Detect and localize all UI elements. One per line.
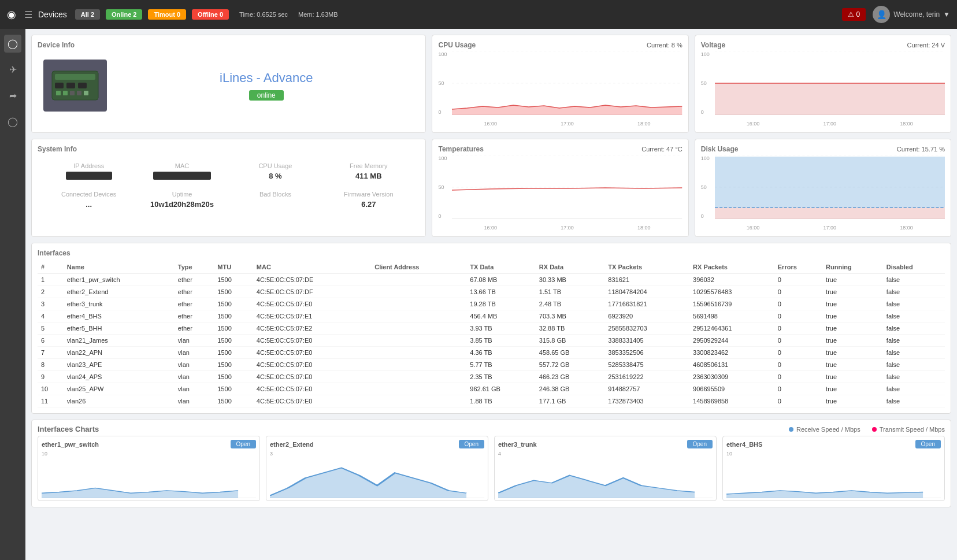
stat-mem: Mem: 1.63MB bbox=[298, 11, 337, 18]
svg-marker-24 bbox=[715, 157, 945, 207]
rx-legend: Receive Speed / Mbps bbox=[789, 426, 860, 433]
table-cell: 1500 bbox=[214, 347, 253, 359]
table-cell: ether bbox=[175, 274, 214, 286]
table-cell: ether1_pwr_switch bbox=[64, 274, 175, 286]
badge-offline[interactable]: Offline 0 bbox=[192, 9, 229, 20]
user-menu[interactable]: 👤 Welcome, terin ▼ bbox=[873, 6, 950, 23]
col-client: Client Address bbox=[371, 261, 466, 274]
table-cell: 6923920 bbox=[604, 310, 689, 322]
table-cell: 6 bbox=[38, 335, 64, 347]
ip-label: IP Address bbox=[47, 162, 131, 169]
table-cell: 1500 bbox=[214, 383, 253, 395]
sysinfo-ip: IP Address bbox=[47, 162, 131, 181]
table-cell: 1500 bbox=[214, 310, 253, 322]
table-cell: 5285338475 bbox=[604, 359, 689, 371]
table-cell: 0 bbox=[774, 322, 822, 335]
table-row: 10vlan25_APWvlan15004C:5E:0C:C5:07:E0962… bbox=[38, 383, 945, 395]
table-cell: 67.08 MB bbox=[466, 274, 536, 286]
svg-rect-6 bbox=[63, 91, 68, 95]
open-button[interactable]: Open bbox=[231, 440, 256, 448]
cpu-chart-header: CPU Usage Current: 8 % bbox=[438, 41, 682, 49]
open-button[interactable]: Open bbox=[687, 440, 713, 448]
table-cell: 1500 bbox=[214, 335, 253, 347]
status-badge: online bbox=[249, 90, 284, 101]
iface-chart-card: ether3_trunkOpen4 bbox=[494, 436, 717, 501]
table-row: 1ether1_pwr_switchether15004C:5E:0C:C5:0… bbox=[38, 274, 945, 286]
table-cell: 914882757 bbox=[604, 383, 689, 395]
alert-bell[interactable]: ⚠ 0 bbox=[842, 8, 866, 21]
table-cell: 315.8 GB bbox=[536, 335, 605, 347]
table-cell: ether2_Extend bbox=[64, 286, 175, 298]
table-cell bbox=[371, 347, 466, 359]
table-cell: false bbox=[883, 383, 945, 395]
table-cell: true bbox=[822, 322, 883, 335]
sysinfo-connected: Connected Devices ... bbox=[47, 191, 131, 209]
sidebar-item-dashboard[interactable]: ◯ bbox=[4, 35, 21, 53]
svg-marker-31 bbox=[498, 476, 695, 498]
open-button[interactable]: Open bbox=[459, 440, 484, 448]
col-tx: TX Data bbox=[466, 261, 536, 274]
device-text: iLines - Advance online bbox=[118, 71, 414, 101]
table-cell: ether bbox=[175, 310, 214, 322]
table-cell bbox=[371, 371, 466, 383]
hamburger-icon[interactable]: ☰ bbox=[24, 9, 32, 20]
table-cell: 10 bbox=[38, 383, 64, 395]
table-cell: ether bbox=[175, 286, 214, 298]
table-cell: 4.36 TB bbox=[466, 347, 536, 359]
table-cell: vlan bbox=[175, 347, 214, 359]
table-cell: 0 bbox=[774, 371, 822, 383]
iface-chart-card: ether1_pwr_switchOpen10 bbox=[38, 436, 260, 501]
cpu-chart-area: 100500 16:0017:0018:00 bbox=[438, 51, 682, 127]
table-cell: 0 bbox=[774, 310, 822, 322]
sidebar-item-inbox[interactable]: ◯ bbox=[4, 113, 21, 131]
table-cell: vlan22_APN bbox=[64, 347, 175, 359]
open-button[interactable]: Open bbox=[915, 440, 941, 448]
sidebar-item-share[interactable]: ➦ bbox=[6, 87, 20, 105]
table-row: 2ether2_Extendether15004C:5E:0C:C5:07:DF… bbox=[38, 286, 945, 298]
voltage-chart-current: Current: 24 V bbox=[907, 42, 945, 49]
table-cell: 0 bbox=[774, 359, 822, 371]
table-cell: false bbox=[883, 335, 945, 347]
table-cell: 906695509 bbox=[689, 383, 774, 395]
iface-charts-title: Interfaces Charts bbox=[38, 425, 99, 433]
table-cell: 8 bbox=[38, 359, 64, 371]
svg-rect-1 bbox=[55, 74, 95, 80]
badge-all[interactable]: All 2 bbox=[75, 9, 100, 20]
uptime-value: 10w1d20h28m20s bbox=[140, 200, 224, 209]
app-logo: ◉ bbox=[7, 8, 16, 21]
table-cell: 11804784204 bbox=[604, 286, 689, 298]
table-cell: vlan24_APS bbox=[64, 371, 175, 383]
table-row: 7vlan22_APNvlan15004C:5E:0C:C5:07:E04.36… bbox=[38, 347, 945, 359]
iface-charts-header: Interfaces Charts Receive Speed / Mbps T… bbox=[32, 420, 951, 436]
badge-online[interactable]: Online 2 bbox=[106, 9, 142, 20]
iface-chart-header: ether3_trunkOpen bbox=[498, 440, 713, 448]
table-cell: vlan21_James bbox=[64, 335, 175, 347]
table-cell bbox=[371, 395, 466, 407]
sidebar-item-flights[interactable]: ✈ bbox=[6, 61, 20, 79]
voltage-chart-card: Voltage Current: 24 V 100500 bbox=[695, 35, 951, 133]
table-cell: 3.85 TB bbox=[466, 335, 536, 347]
table-cell: vlan bbox=[175, 371, 214, 383]
disk-chart-current: Current: 15.71 % bbox=[897, 146, 945, 153]
table-cell: false bbox=[883, 274, 945, 286]
rx-legend-label: Receive Speed / Mbps bbox=[796, 426, 860, 433]
table-cell: true bbox=[822, 395, 883, 407]
table-cell: 0 bbox=[774, 347, 822, 359]
disk-chart-title: Disk Usage bbox=[701, 145, 739, 153]
iface-chart-title: ether3_trunk bbox=[498, 441, 537, 448]
device-info-title: Device Info bbox=[38, 41, 420, 49]
table-cell: 831621 bbox=[604, 274, 689, 286]
table-cell: vlan bbox=[175, 395, 214, 407]
firmware-label: Firmware Version bbox=[327, 191, 410, 198]
table-cell: vlan bbox=[175, 383, 214, 395]
iface-chart-title: ether2_Extend bbox=[270, 441, 314, 448]
ip-value bbox=[66, 172, 112, 180]
table-cell: 456.4 MB bbox=[466, 310, 536, 322]
table-row: 6vlan21_Jamesvlan15004C:5E:0C:C5:07:E03.… bbox=[38, 335, 945, 347]
badge-timeout[interactable]: Timout 0 bbox=[148, 9, 186, 20]
mac-value bbox=[153, 172, 211, 180]
table-cell: 4C:5E:0C:C5:07:E0 bbox=[253, 395, 371, 407]
table-cell: 458.65 GB bbox=[536, 347, 605, 359]
svg-rect-3 bbox=[66, 83, 75, 88]
top-navigation: ◉ ☰ Devices All 2 Online 2 Timout 0 Offl… bbox=[0, 0, 957, 29]
